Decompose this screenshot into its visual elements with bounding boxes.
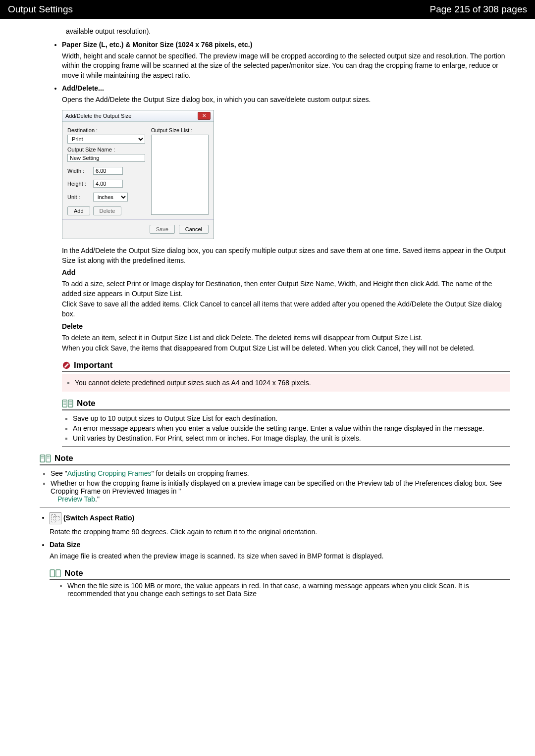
list-item: Whether or how the cropping frame is ini… (51, 479, 510, 503)
switch-aspect-icon (50, 512, 61, 524)
output-size-list-label: Output Size List : (151, 127, 209, 133)
list-item: Paper Size (L, etc.) & Monitor Size (102… (62, 41, 510, 81)
unit-label: Unit : (67, 194, 88, 200)
dialog-title: Add/Delete the Output Size (65, 113, 131, 119)
list-item: See "Adjusting Cropping Frames" for deta… (51, 469, 510, 477)
svg-rect-10 (40, 455, 45, 462)
important-icon (62, 361, 71, 370)
list-item: Save up to 10 output sizes to Output Siz… (73, 414, 510, 422)
add-delete-dialog: Add/Delete the Output Size ✕ Destination… (62, 110, 214, 239)
svg-rect-17 (56, 570, 60, 577)
list-item: (Switch Aspect Ratio) Rotate the croppin… (50, 512, 510, 537)
close-icon[interactable]: ✕ (198, 112, 211, 120)
output-size-name-input[interactable] (67, 154, 145, 162)
after-dialog-text: In the Add/Delete the Output Size dialog… (62, 246, 510, 265)
intro-tail: available output resolution). (66, 27, 510, 37)
destination-select[interactable]: Print (67, 135, 145, 144)
width-input[interactable] (93, 167, 123, 175)
delete-p2: When you click Save, the items that disa… (62, 344, 510, 353)
data-size-heading: Data Size (50, 541, 510, 549)
adjusting-cropping-link[interactable]: Adjusting Cropping Frames (67, 469, 152, 477)
destination-label: Destination : (67, 127, 145, 133)
add-delete-heading: Add/Delete... (62, 84, 510, 92)
important-section: Important (62, 360, 510, 372)
important-label: Important (74, 360, 112, 370)
note-label: Note (77, 399, 96, 408)
page-header: Output Settings Page 215 of 308 pages (0, 0, 535, 19)
paper-size-body: Width, height and scale cannot be specif… (62, 51, 510, 81)
page-counter: Page 215 of 308 pages (429, 4, 527, 15)
add-button[interactable]: Add (67, 206, 90, 215)
note-section: Note (62, 399, 510, 410)
svg-rect-3 (68, 400, 73, 407)
list-item: Add/Delete... Opens the Add/Delete the O… (62, 84, 510, 446)
note-icon (40, 454, 52, 463)
delete-p1: To delete an item, select it in Output S… (62, 333, 510, 343)
svg-rect-11 (46, 455, 51, 462)
add-p2: Click Save to save all the added items. … (62, 300, 510, 319)
output-size-listbox[interactable] (151, 135, 209, 215)
note-section: Note (50, 568, 510, 580)
add-heading: Add (62, 268, 510, 276)
page-content: available output resolution). Paper Size… (0, 19, 535, 614)
svg-rect-16 (50, 570, 54, 577)
svg-rect-2 (62, 400, 67, 407)
list-item: Data Size An image file is created when … (50, 541, 510, 598)
cancel-button[interactable]: Cancel (179, 225, 209, 234)
delete-button[interactable]: Delete (93, 206, 122, 215)
output-size-name-label: Output Size Name : (67, 147, 145, 152)
note-label: Note (64, 568, 83, 578)
data-size-body: An image file is created when the previe… (50, 552, 510, 561)
note-icon (50, 569, 61, 578)
page-title: Output Settings (8, 4, 73, 15)
switch-body: Rotate the cropping frame 90 degrees. Cl… (50, 527, 510, 537)
width-label: Width : (67, 168, 88, 174)
height-label: Height : (67, 181, 88, 187)
height-input[interactable] (93, 180, 123, 188)
unit-select[interactable]: inches (93, 193, 128, 202)
note-section: Note (40, 454, 510, 465)
save-button[interactable]: Save (150, 225, 175, 234)
paper-size-heading: Paper Size (L, etc.) & Monitor Size (102… (62, 41, 510, 49)
preview-tab-link[interactable]: Preview Tab (57, 495, 95, 503)
list-item: An error message appears when you enter … (73, 424, 510, 432)
list-item: You cannot delete predefined output size… (75, 379, 508, 387)
switch-heading: (Switch Aspect Ratio) (63, 513, 134, 521)
list-item: When the file size is 100 MB or more, th… (67, 582, 510, 598)
note-label: Note (54, 454, 73, 463)
note-icon (62, 399, 74, 408)
delete-heading: Delete (62, 322, 510, 330)
list-item: Unit varies by Destination. For Print, s… (73, 434, 510, 442)
add-p1: To add a size, select Print or Image dis… (62, 279, 510, 299)
add-delete-intro: Opens the Add/Delete the Output Size dia… (62, 95, 510, 105)
